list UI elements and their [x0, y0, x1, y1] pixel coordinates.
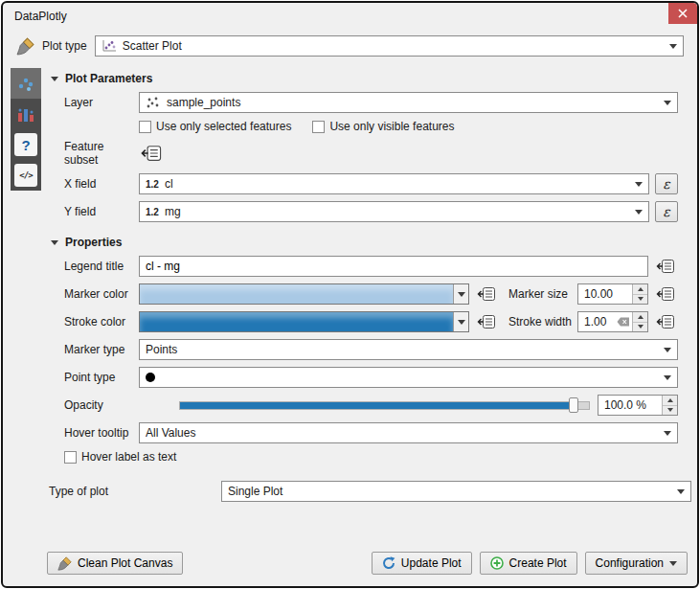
stroke-color-button[interactable]	[139, 311, 469, 332]
epsilon-icon: ε	[663, 204, 669, 219]
filled-circle-icon	[146, 373, 155, 382]
close-icon	[678, 9, 688, 18]
hover-label-checkbox[interactable]	[64, 451, 77, 464]
plot-type-value: Scatter Plot	[123, 39, 664, 53]
spin-up-button[interactable]	[633, 284, 647, 295]
chevron-down-icon	[664, 348, 671, 352]
y-field-value: mg	[165, 205, 629, 218]
data-defined-override-icon	[656, 314, 675, 329]
chevron-down-icon	[638, 325, 644, 328]
marker-type-select[interactable]: Points	[139, 339, 678, 360]
data-defined-override-icon	[477, 314, 496, 329]
clean-plot-canvas-label: Clean Plot Canvas	[78, 556, 172, 570]
collapse-arrow-icon	[51, 240, 58, 245]
properties-title: Properties	[65, 236, 122, 249]
x-field-expression-button[interactable]: ε	[655, 173, 678, 194]
x-field-select[interactable]: 1.2 cl	[139, 173, 649, 194]
legend-title-input[interactable]	[139, 256, 648, 277]
point-type-select[interactable]	[139, 367, 678, 388]
clean-plot-canvas-button[interactable]: Clean Plot Canvas	[47, 552, 183, 575]
scatter-tab-icon	[16, 74, 35, 93]
opacity-slider[interactable]	[179, 396, 590, 415]
slider-fill	[180, 402, 573, 409]
type-of-plot-row: Type of plot Single Plot	[49, 481, 691, 502]
stroke-color-override-button[interactable]	[474, 311, 499, 332]
collapse-arrow-icon	[51, 77, 58, 81]
window-title: DataPlotly	[14, 10, 67, 23]
plus-circle-icon	[490, 556, 504, 570]
marker-type-label: Marker type	[64, 343, 139, 356]
plot-parameters-header[interactable]: Plot Parameters	[51, 72, 678, 85]
y-field-select[interactable]: 1.2 mg	[139, 201, 649, 222]
stroke-color-label: Stroke color	[64, 315, 139, 328]
sidebar-item-bar-plot[interactable]	[11, 99, 41, 129]
clear-value-icon[interactable]	[617, 317, 630, 327]
chevron-down-icon	[664, 431, 671, 436]
point-layer-icon	[146, 96, 161, 109]
y-field-expression-button[interactable]: ε	[655, 201, 678, 222]
footer: Clean Plot Canvas Update Plot Create Plo…	[3, 546, 697, 586]
update-plot-button[interactable]: Update Plot	[372, 552, 472, 575]
legend-title-override-button[interactable]	[653, 256, 678, 277]
properties-header[interactable]: Properties	[51, 236, 678, 249]
marker-color-override-button[interactable]	[474, 283, 499, 305]
sidebar-item-code[interactable]: </>	[11, 160, 41, 191]
stroke-color-row: Stroke color Stroke wid	[64, 311, 678, 332]
marker-size-spinbox[interactable]: 10.00	[577, 283, 648, 305]
use-selected-features-checkbox[interactable]	[139, 121, 151, 133]
stroke-width-value: 1.00	[578, 315, 617, 328]
hover-tooltip-label: Hover tooltip	[64, 426, 139, 440]
plot-type-select[interactable]: Scatter Plot	[95, 35, 684, 57]
marker-size-label: Marker size	[508, 287, 577, 301]
plot-parameters-title: Plot Parameters	[65, 72, 152, 85]
sidebar-item-scatter-plot[interactable]	[11, 68, 41, 99]
plot-type-label: Plot type	[42, 39, 87, 53]
feature-filters-row: Use only selected features Use only visi…	[64, 120, 678, 133]
hover-tooltip-select[interactable]: All Values	[139, 422, 678, 443]
type-of-plot-value: Single Plot	[228, 485, 671, 498]
titlebar[interactable]: DataPlotly	[3, 3, 697, 30]
feature-subset-expression-button[interactable]	[139, 143, 164, 164]
sidebar-item-help[interactable]: ?	[11, 129, 41, 160]
data-defined-override-icon	[656, 286, 675, 302]
opacity-value: 100.0 %	[598, 398, 662, 412]
data-defined-override-icon	[477, 286, 496, 302]
stroke-width-spinbox[interactable]: 1.00	[577, 311, 648, 332]
layer-label: Layer	[64, 96, 139, 109]
marker-size-override-button[interactable]	[653, 283, 678, 305]
spin-down-button[interactable]	[633, 295, 647, 305]
chevron-up-icon	[667, 398, 673, 402]
close-button[interactable]	[668, 3, 697, 24]
stroke-color-dropdown[interactable]	[453, 312, 468, 331]
dataplotly-dialog: DataPlotly Plot type Scatter Plot	[1, 1, 699, 588]
use-visible-features-checkbox[interactable]	[312, 121, 325, 133]
stroke-color-swatch	[140, 312, 453, 331]
expression-filter-icon	[140, 145, 163, 162]
chevron-down-icon	[669, 44, 677, 49]
chevron-down-icon	[664, 375, 671, 380]
slider-handle[interactable]	[569, 397, 578, 413]
stroke-width-override-button[interactable]	[653, 311, 678, 332]
spin-up-button[interactable]	[633, 312, 647, 323]
layer-value: sample_points	[167, 96, 658, 109]
dialog-content: ? </> Plot Parameters Layer	[3, 62, 697, 546]
marker-size-value: 10.00	[578, 287, 632, 301]
type-of-plot-select[interactable]: Single Plot	[221, 481, 691, 502]
create-plot-button[interactable]: Create Plot	[480, 552, 577, 575]
hover-label-text: Hover label as text	[81, 450, 176, 464]
opacity-spinbox[interactable]: 100.0 %	[598, 395, 678, 416]
main-panel: Plot Parameters Layer sample_points	[41, 66, 697, 509]
spin-down-button[interactable]	[663, 406, 677, 416]
marker-color-dropdown[interactable]	[453, 284, 468, 304]
configuration-button[interactable]: Configuration	[585, 552, 688, 575]
opacity-label: Opacity	[64, 398, 139, 412]
chevron-down-icon	[669, 561, 677, 566]
spin-up-button[interactable]	[663, 396, 677, 406]
dataplotly-brush-icon	[16, 37, 34, 56]
spin-down-button[interactable]	[633, 323, 647, 332]
slider-track[interactable]	[179, 401, 590, 410]
marker-color-button[interactable]	[139, 283, 469, 305]
layer-select[interactable]: sample_points	[139, 92, 678, 113]
marker-color-row: Marker color Marker siz	[64, 283, 678, 305]
layer-row: Layer sample_points	[64, 92, 678, 113]
